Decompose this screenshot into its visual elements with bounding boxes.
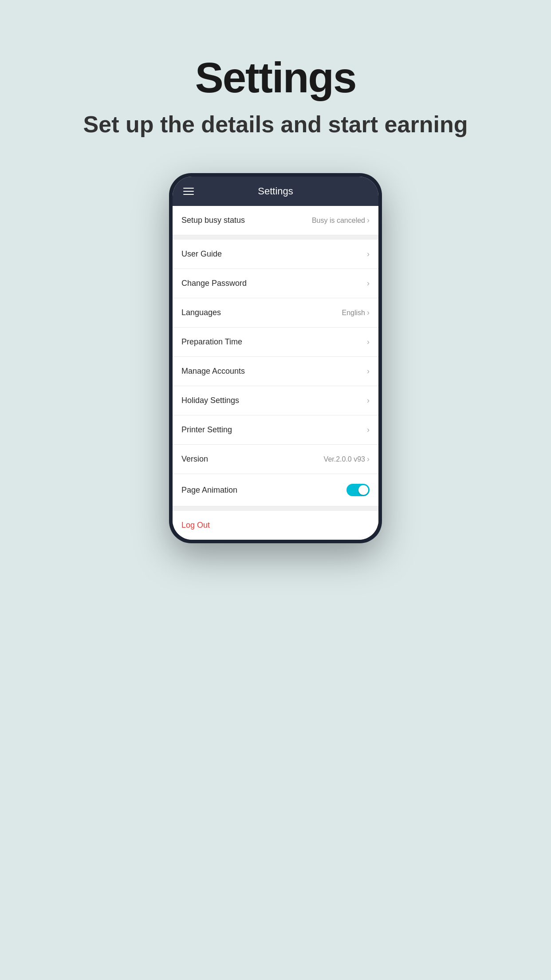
phone-screen: Settings Setup busy status Busy is cance… bbox=[173, 177, 378, 540]
settings-item-user-guide[interactable]: User Guide › bbox=[173, 240, 378, 269]
settings-item-change-password[interactable]: Change Password › bbox=[173, 269, 378, 298]
app-header: Settings bbox=[173, 177, 378, 206]
settings-item-label: Preparation Time bbox=[181, 337, 242, 347]
settings-item-languages[interactable]: Languages English › bbox=[173, 298, 378, 328]
settings-item-value: English bbox=[342, 309, 365, 317]
chevron-right-icon: › bbox=[367, 454, 370, 464]
page-subtitle: Set up the details and start earning bbox=[83, 111, 468, 138]
settings-list: Setup busy status Busy is canceled › Use… bbox=[173, 206, 378, 540]
settings-item-label: Setup busy status bbox=[181, 216, 245, 225]
settings-item-value: Busy is canceled bbox=[312, 217, 365, 225]
settings-item-page-animation[interactable]: Page Animation bbox=[173, 474, 378, 506]
settings-item-value: Ver.2.0.0 v93 bbox=[324, 455, 365, 463]
settings-item-label: Holiday Settings bbox=[181, 396, 239, 405]
settings-item-logout[interactable]: Log Out bbox=[173, 511, 378, 540]
phone-device: Settings Setup busy status Busy is cance… bbox=[169, 173, 382, 543]
settings-item-label: User Guide bbox=[181, 249, 222, 259]
settings-item-value-group: Ver.2.0.0 v93 › bbox=[324, 454, 370, 464]
section-divider bbox=[173, 235, 378, 240]
settings-item-busy-status[interactable]: Setup busy status Busy is canceled › bbox=[173, 206, 378, 235]
settings-item-version[interactable]: Version Ver.2.0.0 v93 › bbox=[173, 445, 378, 474]
chevron-right-icon: › bbox=[367, 308, 370, 317]
settings-item-chevron-group: › bbox=[367, 279, 370, 288]
settings-item-value-group: Busy is canceled › bbox=[312, 216, 370, 225]
settings-item-holiday-settings[interactable]: Holiday Settings › bbox=[173, 386, 378, 415]
chevron-right-icon: › bbox=[367, 337, 370, 347]
hamburger-menu-button[interactable] bbox=[183, 188, 194, 195]
logout-label: Log Out bbox=[181, 521, 210, 530]
settings-item-label: Change Password bbox=[181, 279, 247, 288]
settings-item-preparation-time[interactable]: Preparation Time › bbox=[173, 328, 378, 357]
section-divider-2 bbox=[173, 506, 378, 511]
settings-item-printer-setting[interactable]: Printer Setting › bbox=[173, 415, 378, 445]
chevron-right-icon: › bbox=[367, 249, 370, 259]
chevron-right-icon: › bbox=[367, 279, 370, 288]
header-title: Settings bbox=[258, 186, 293, 197]
chevron-right-icon: › bbox=[367, 216, 370, 225]
chevron-right-icon: › bbox=[367, 396, 370, 405]
settings-item-chevron-group: › bbox=[367, 337, 370, 347]
settings-item-chevron-group: › bbox=[367, 367, 370, 376]
page-animation-toggle[interactable] bbox=[346, 484, 370, 496]
settings-item-label: Manage Accounts bbox=[181, 367, 245, 376]
settings-item-label: Page Animation bbox=[181, 486, 237, 495]
chevron-right-icon: › bbox=[367, 425, 370, 435]
settings-item-chevron-group: › bbox=[367, 425, 370, 435]
settings-item-chevron-group: › bbox=[367, 396, 370, 405]
settings-item-label: Languages bbox=[181, 308, 221, 317]
settings-item-label: Version bbox=[181, 454, 208, 464]
chevron-right-icon: › bbox=[367, 367, 370, 376]
settings-item-value-group: English › bbox=[342, 308, 370, 317]
settings-item-manage-accounts[interactable]: Manage Accounts › bbox=[173, 357, 378, 386]
page-title: Settings bbox=[195, 53, 356, 102]
settings-item-label: Printer Setting bbox=[181, 425, 232, 435]
settings-item-chevron-group: › bbox=[367, 249, 370, 259]
